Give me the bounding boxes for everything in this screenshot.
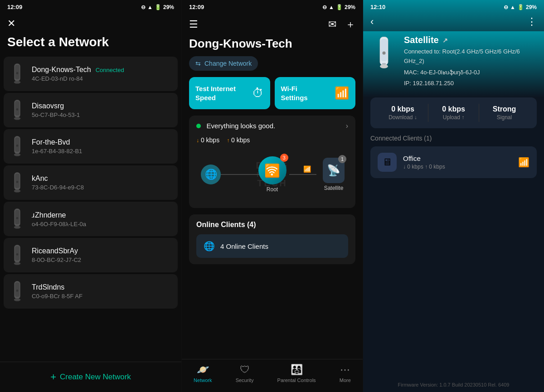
satellite-label: Satellite xyxy=(324,185,344,191)
p2-header-icons: ✉ ＋ xyxy=(328,18,355,31)
upload-speed: ↑ 0 kbps xyxy=(227,136,250,144)
menu-button[interactable]: ☰ xyxy=(189,19,198,30)
network-list-item[interactable]: ɹZhnderne o4-6O-F9-08λ-LE-0a xyxy=(4,202,178,236)
svg-point-15 xyxy=(16,181,19,183)
change-network-button[interactable]: ⇆ Change Network xyxy=(189,56,258,71)
router-icon xyxy=(9,63,25,85)
svg-rect-32 xyxy=(382,63,386,65)
network-info: RiceandSbrAy 8-0O-BC-92-J7-C2 xyxy=(32,247,81,263)
svg-point-10 xyxy=(14,153,20,156)
stats-card: 0 kbps Download ↓ 0 kbps Upload ↑ Strong… xyxy=(370,97,537,128)
svg-point-18 xyxy=(14,226,20,228)
create-new-network[interactable]: + Create New Network xyxy=(0,362,181,392)
upload-arrow-icon: ↑ xyxy=(227,137,229,144)
speed-display: ↓ 0 kbps ↑ 0 kbps xyxy=(196,136,348,144)
battery-p2: 29% xyxy=(345,4,355,10)
close-button[interactable]: ✕ xyxy=(7,18,15,29)
time-p3: 12:10 xyxy=(370,4,385,10)
status-bar-p3: 12:10 ⊖ ▲ 🔋 29% xyxy=(363,0,544,14)
root-node: 🛜 Root 3 xyxy=(258,156,287,193)
nav-network[interactable]: 🪐 Network xyxy=(194,364,212,383)
battery-p3: 29% xyxy=(526,4,537,10)
status-row: Everything looks good. xyxy=(196,122,275,130)
message-button[interactable]: ✉ xyxy=(328,18,336,31)
add-button[interactable]: ＋ xyxy=(345,18,355,31)
online-clients-button[interactable]: 🌐 4 Online Clients xyxy=(196,234,348,258)
satellite-node: 📡 Satellite 1 xyxy=(323,158,345,191)
nav-network-label: Network xyxy=(194,377,212,383)
device-info: Satellite ↗ Connected to: Root(2.4 GHz/5… xyxy=(404,35,537,88)
upload-value: 0 kbps xyxy=(428,105,479,113)
p3-nav: ‹ ⋮ xyxy=(363,14,544,31)
test-speed-button[interactable]: Test InternetSpeed ⏱ xyxy=(189,77,270,109)
line-globe-root xyxy=(221,174,262,175)
external-link-icon: ↗ xyxy=(442,37,448,44)
router-icon xyxy=(9,99,25,121)
wifi-icon-p1: ▲ xyxy=(147,4,153,10)
wifi-link-icon: 📶 xyxy=(303,165,311,173)
wifi-settings-icon: 📶 xyxy=(335,86,349,100)
signal-label: Signal xyxy=(479,114,529,121)
router-icon xyxy=(9,281,25,302)
network-name: TrdSlndns xyxy=(32,283,64,291)
nav-security[interactable]: 🛡 Security xyxy=(236,364,254,383)
device-header: Satellite ↗ Connected to: Root(2.4 GHz/5… xyxy=(363,31,544,97)
panel-select-network: 12:09 ⊖ ▲ 🔋 29% ✕ Select a Network Dong-… xyxy=(0,0,181,392)
status-dot xyxy=(196,124,201,128)
root-badge: 3 xyxy=(280,154,288,162)
nav-network-icon: 🪐 xyxy=(197,364,209,376)
wifi-settings-button[interactable]: Wi-FiSettings 📶 xyxy=(275,77,356,109)
change-network-label: Change Network xyxy=(204,60,252,67)
svg-rect-29 xyxy=(381,39,387,61)
panel-network-home: 12:09 ⊖ ▲ 🔋 29% ☰ ✉ ＋ Dong-Knows-Tech ⇆ … xyxy=(181,0,363,392)
svg-point-2 xyxy=(14,81,20,83)
line-root-satellite xyxy=(289,174,316,175)
upload-label: Upload ↑ xyxy=(428,114,479,121)
status-top: Everything looks good. › xyxy=(196,122,348,130)
status-icons-p1: ⊖ ▲ 🔋 29% xyxy=(141,4,174,10)
svg-point-11 xyxy=(16,145,19,147)
status-chevron-icon: › xyxy=(346,122,348,130)
network-list-item[interactable]: Dong-Knows-Tech Connected 4C-ED-03-nD ro… xyxy=(4,57,178,91)
client-card[interactable]: 🖥 Office ↓ 0 kbps ↑ 0 kbps 📶 xyxy=(370,146,537,178)
network-mac: 4C-ED-03-nD ro-84 xyxy=(32,75,124,82)
network-info: Dong-Knows-Tech Connected 4C-ED-03-nD ro… xyxy=(32,66,124,82)
nav-parental[interactable]: 👨‍👩‍👧 Parental Controls xyxy=(277,364,316,383)
network-list-item[interactable]: TrdSlndns C0-o9-BCr 8-5F AF xyxy=(4,274,178,309)
router-icon xyxy=(9,136,25,157)
wifi-icon-p2: ▲ xyxy=(329,4,334,10)
network-list-item[interactable]: kAnc 73-8C-D6-94-e9-C8 xyxy=(4,165,178,200)
battery-icon-p2: 🔋 xyxy=(336,4,343,10)
network-name: For-the-Bvd xyxy=(32,138,70,146)
status-bar-p1: 12:09 ⊖ ▲ 🔋 29% xyxy=(0,0,181,14)
nav-more-label: More xyxy=(340,377,351,383)
nav-security-icon: 🛡 xyxy=(240,364,250,376)
firmware-version: Firmware Version: 1.0.7 Build 20230510 R… xyxy=(363,373,544,392)
test-speed-label: Test InternetSpeed xyxy=(195,84,236,102)
network-list-item[interactable]: Disaovsrg 5o-C7-BP-4o-53-1 xyxy=(4,93,178,127)
more-options-button[interactable]: ⋮ xyxy=(527,16,537,28)
status-bar-p2: 12:09 ⊖ ▲ 🔋 29% xyxy=(182,0,363,14)
stat-download: 0 kbps Download ↓ xyxy=(378,105,428,121)
network-name: Disaovsrg xyxy=(32,102,64,110)
svg-point-6 xyxy=(14,117,20,120)
device-image xyxy=(370,35,398,71)
download-speed: ↓ 0 kbps xyxy=(196,136,219,144)
network-list-item[interactable]: RiceandSbrAy 8-0O-BC-92-J7-C2 xyxy=(4,238,178,272)
svg-point-3 xyxy=(16,72,19,74)
network-list-item[interactable]: For-the-Bvd 1e-67-B4-38-82-B1 xyxy=(4,129,178,164)
nav-more-icon: ⋯ xyxy=(340,364,350,376)
nav-security-label: Security xyxy=(236,377,254,383)
svg-point-30 xyxy=(380,64,388,68)
client-name: Office xyxy=(403,155,512,162)
network-name: Dong-Knows-Tech xyxy=(32,66,91,74)
network-info: kAnc 73-8C-D6-94-e9-C8 xyxy=(32,174,84,191)
online-clients-title: Online Clients (4) xyxy=(196,221,348,229)
network-name: RiceandSbrAy xyxy=(32,247,78,255)
back-button[interactable]: ‹ xyxy=(370,16,374,28)
nav-more[interactable]: ⋯ More xyxy=(340,364,351,383)
connected-clients-title: Connected Clients (1) xyxy=(370,135,537,142)
action-buttons: Test InternetSpeed ⏱ Wi-FiSettings 📶 xyxy=(182,77,363,109)
network-info: Disaovsrg 5o-C7-BP-4o-53-1 xyxy=(32,102,80,118)
svg-point-31 xyxy=(382,51,385,54)
